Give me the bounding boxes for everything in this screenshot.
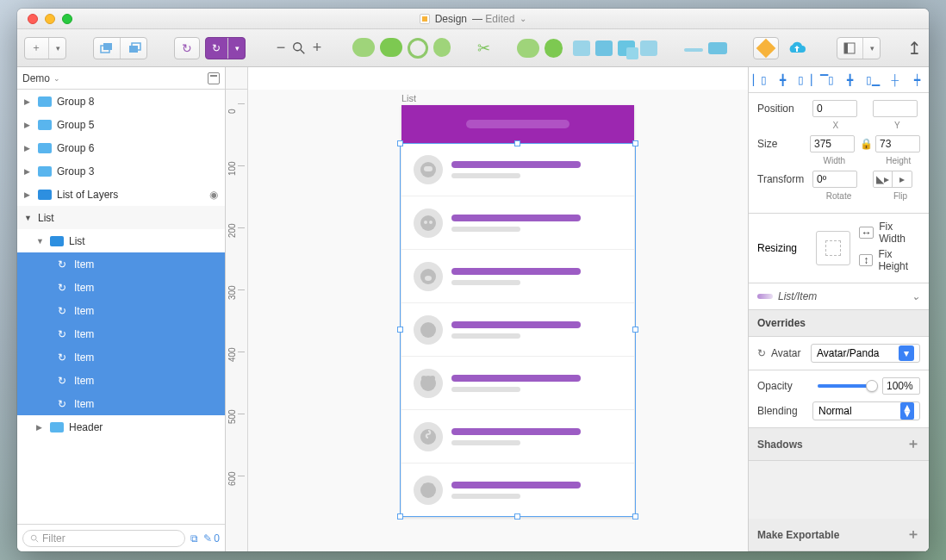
resize-handle[interactable] bbox=[514, 140, 520, 146]
toolbar: ＋▾ ↻ ↻▾ − + ✂ bbox=[17, 29, 929, 67]
selection-box[interactable] bbox=[400, 143, 636, 517]
align-bottom-icon[interactable]: ▯▁ bbox=[865, 73, 881, 87]
symbol-create-button[interactable]: ↻ bbox=[174, 37, 200, 59]
resize-handle[interactable] bbox=[632, 140, 638, 146]
artboard-label[interactable]: List bbox=[401, 93, 416, 103]
edit-icon[interactable] bbox=[433, 38, 451, 57]
rotate-input[interactable]: 0º bbox=[812, 171, 857, 188]
x-input[interactable]: 0 bbox=[812, 100, 857, 117]
align-top-icon[interactable]: ▔▯ bbox=[819, 73, 835, 87]
ruler-vertical[interactable]: 0100200300400500600 bbox=[226, 90, 248, 551]
height-input[interactable]: 73 bbox=[875, 135, 920, 152]
overrides-header: Overrides bbox=[749, 310, 929, 337]
svg-rect-3 bbox=[129, 46, 138, 53]
view-button[interactable]: ▾ bbox=[837, 37, 881, 59]
chevron-down-icon[interactable]: ⌄ bbox=[520, 14, 526, 23]
duplicate-icon[interactable]: ⧉ bbox=[190, 532, 198, 544]
align-left-icon[interactable]: ▏▯ bbox=[752, 73, 768, 87]
add-export-icon[interactable]: ＋ bbox=[906, 526, 920, 544]
layer-group[interactable]: ▶List of Layers◉ bbox=[17, 183, 225, 206]
scissors-icon[interactable]: ✂ bbox=[477, 39, 490, 58]
resize-handle[interactable] bbox=[397, 140, 403, 146]
distribute-h-icon[interactable]: ┼ bbox=[887, 73, 903, 87]
resize-handle[interactable] bbox=[632, 327, 638, 333]
shape-bean-icon[interactable] bbox=[517, 39, 539, 58]
stack-back-icon[interactable] bbox=[121, 38, 148, 59]
stepper-icon: ▲▼ bbox=[900, 402, 914, 420]
resizing-label: Resizing bbox=[757, 242, 807, 254]
rotate-icon[interactable] bbox=[408, 38, 428, 59]
blending-select[interactable]: Normal ▲▼ bbox=[812, 401, 920, 420]
shadows-section[interactable]: Shadows ＋ bbox=[749, 428, 929, 461]
artboard-row[interactable]: ▼List bbox=[17, 206, 225, 229]
layer-filter-input[interactable]: Filter bbox=[22, 530, 185, 547]
align-center-h-icon[interactable]: ╋ bbox=[775, 73, 790, 87]
zoom-in-button[interactable]: + bbox=[308, 39, 326, 57]
opacity-slider[interactable] bbox=[818, 384, 872, 388]
pages-list-icon[interactable] bbox=[208, 72, 220, 84]
visibility-icon[interactable]: ◉ bbox=[209, 189, 218, 201]
export-section[interactable]: Make Exportable ＋ bbox=[749, 519, 929, 551]
layer-symbol-instance[interactable]: ↻Item bbox=[17, 322, 225, 345]
align-center-v-icon[interactable]: ╋ bbox=[843, 73, 858, 87]
subtract-icon[interactable] bbox=[595, 40, 613, 56]
difference-icon[interactable] bbox=[640, 40, 657, 56]
width-input[interactable]: 375 bbox=[810, 135, 855, 152]
layer-symbol-instance[interactable]: ↻Item bbox=[17, 345, 225, 369]
resize-handle[interactable] bbox=[632, 513, 638, 520]
align-right-icon[interactable]: ▯▕ bbox=[797, 73, 812, 87]
layer-group[interactable]: ▶Group 8 bbox=[17, 90, 225, 113]
sketch-gem-icon[interactable] bbox=[753, 37, 779, 59]
layer-group[interactable]: ▶Group 3 bbox=[17, 159, 225, 183]
zoom-out-button[interactable]: − bbox=[272, 39, 289, 57]
resize-handle[interactable] bbox=[514, 513, 520, 520]
override-select[interactable]: Avatar/Panda ▾ bbox=[811, 344, 920, 363]
shape-round-icon[interactable] bbox=[545, 39, 563, 58]
layer-symbol-instance[interactable]: ↻Item bbox=[17, 252, 225, 276]
insert-button[interactable]: ＋▾ bbox=[24, 37, 66, 59]
pen-count[interactable]: ✎ 0 bbox=[203, 532, 220, 544]
chevron-down-icon[interactable]: ⌄ bbox=[912, 290, 920, 302]
titlebar: Design — Edited ⌄ bbox=[17, 9, 929, 29]
artboard-header[interactable] bbox=[401, 105, 634, 143]
group-buttons[interactable] bbox=[93, 37, 147, 59]
layer-symbol-instance[interactable]: ↻Item bbox=[17, 299, 225, 322]
lock-aspect-icon[interactable]: 🔒 bbox=[860, 138, 870, 150]
symbol-swatch-icon bbox=[757, 294, 773, 299]
union-icon[interactable] bbox=[573, 40, 590, 56]
cloud-upload-icon[interactable] bbox=[784, 37, 810, 59]
resize-handle[interactable] bbox=[397, 513, 403, 520]
intersect-icon[interactable] bbox=[618, 40, 635, 56]
shape-oval2-icon[interactable] bbox=[380, 38, 402, 57]
symbol-section[interactable]: List/Item ⌄ bbox=[749, 283, 929, 310]
ruler-origin[interactable] bbox=[226, 67, 248, 90]
fix-height-toggle[interactable]: ↕Fix Height bbox=[859, 248, 920, 272]
symbol-send-button[interactable]: ↻▾ bbox=[205, 37, 246, 59]
layer-symbol-instance[interactable]: ↻Item bbox=[17, 276, 225, 299]
resizing-preview-icon[interactable] bbox=[816, 231, 850, 265]
fix-height-icon: ↕ bbox=[859, 254, 873, 266]
layer-group[interactable]: ▶Group 6 bbox=[17, 136, 225, 159]
y-input[interactable] bbox=[873, 100, 918, 117]
layer-group[interactable]: ▶Header bbox=[17, 415, 225, 439]
stack-front-icon[interactable] bbox=[92, 38, 121, 59]
backward-icon[interactable] bbox=[708, 42, 727, 54]
page-selector[interactable]: Demo ⌄ bbox=[22, 72, 60, 84]
layer-symbol-instance[interactable]: ↻Item bbox=[17, 369, 225, 392]
symbol-sync-icon: ↻ bbox=[55, 282, 69, 294]
layer-group[interactable]: ▶Group 5 bbox=[17, 113, 225, 136]
fix-width-toggle[interactable]: ↔Fix Width bbox=[859, 221, 920, 245]
canvas[interactable]: List bbox=[248, 90, 748, 551]
layer-symbol-instance[interactable]: ↻Item bbox=[17, 392, 225, 415]
opacity-input[interactable]: 100% bbox=[882, 377, 920, 395]
shape-oval-icon[interactable] bbox=[352, 38, 375, 57]
layer-group[interactable]: ▼List bbox=[17, 229, 225, 252]
resize-handle[interactable] bbox=[397, 327, 403, 333]
add-shadow-icon[interactable]: ＋ bbox=[906, 435, 920, 453]
distribute-v-icon[interactable]: ┿ bbox=[910, 73, 925, 87]
forward-icon[interactable] bbox=[684, 48, 703, 52]
flip-vertical-icon[interactable]: ▸ bbox=[893, 171, 912, 187]
share-up-icon[interactable]: ↥ bbox=[907, 38, 922, 59]
flip-horizontal-icon[interactable]: ◣▸ bbox=[874, 171, 893, 187]
magnifier-icon[interactable] bbox=[291, 40, 307, 56]
